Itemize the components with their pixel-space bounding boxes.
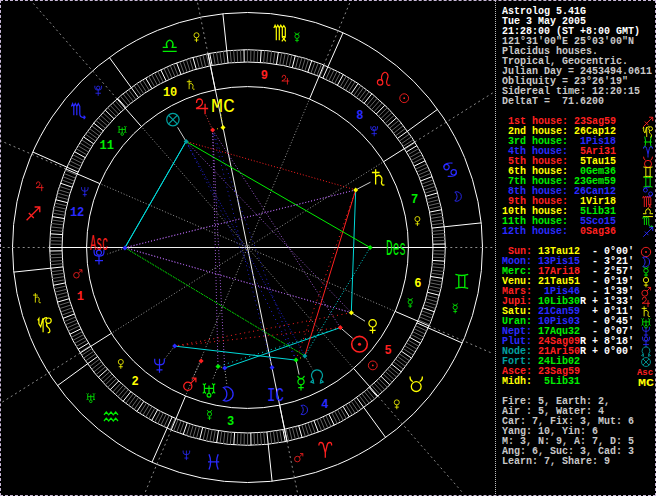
svg-text:7: 7 xyxy=(411,193,418,207)
svg-text:MC: MC xyxy=(211,95,235,118)
svg-text:6: 6 xyxy=(414,277,421,291)
svg-text:IC: IC xyxy=(267,384,284,407)
svg-text:3: 3 xyxy=(227,415,234,429)
svg-text:1: 1 xyxy=(77,290,84,304)
svg-text:Des: Des xyxy=(386,237,406,262)
svg-text:11: 11 xyxy=(100,139,114,153)
svg-text:Asc: Asc xyxy=(90,232,108,257)
svg-text:2: 2 xyxy=(131,375,138,389)
svg-text:12: 12 xyxy=(70,206,84,220)
svg-text:5: 5 xyxy=(385,344,392,358)
svg-text:8: 8 xyxy=(356,109,363,123)
svg-text:4: 4 xyxy=(321,398,328,412)
svg-text:10: 10 xyxy=(163,86,177,100)
svg-text:9: 9 xyxy=(261,69,268,83)
